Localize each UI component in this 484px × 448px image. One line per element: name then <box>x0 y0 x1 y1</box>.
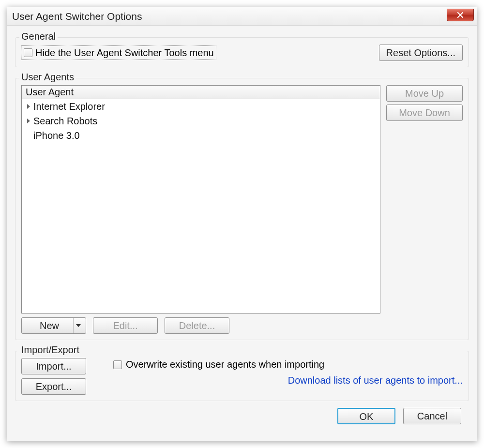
download-link[interactable]: Download lists of user agents to import.… <box>113 375 463 386</box>
tree-item[interactable]: iPhone 3.0 <box>22 128 380 143</box>
overwrite-label: Overwrite existing user agents when impo… <box>126 359 324 370</box>
new-button[interactable]: New <box>21 317 86 334</box>
move-down-button[interactable]: Move Down <box>386 105 463 121</box>
checkbox-icon <box>24 48 32 57</box>
delete-button[interactable]: Delete... <box>165 317 229 334</box>
import-button[interactable]: Import... <box>21 358 86 374</box>
move-up-button[interactable]: Move Up <box>386 85 463 102</box>
tree-item[interactable]: Search Robots <box>22 114 380 128</box>
tree-list: Internet ExplorerSearch RobotsiPhone 3.0 <box>22 99 380 143</box>
expand-icon[interactable] <box>26 118 31 124</box>
close-button[interactable] <box>447 9 474 21</box>
tree-item-label: iPhone 3.0 <box>33 130 80 141</box>
edit-button[interactable]: Edit... <box>93 317 158 334</box>
user-agents-bottom-buttons: New Edit... Delete... <box>21 317 463 334</box>
import-export-group-label: Import/Export <box>19 344 81 356</box>
tree-item[interactable]: Internet Explorer <box>22 99 380 114</box>
general-group: General Hide the User Agent Switcher Too… <box>15 37 469 67</box>
titlebar: User Agent Switcher Options <box>7 7 477 26</box>
reset-options-button[interactable]: Reset Options... <box>379 45 463 61</box>
user-agents-side-buttons: Move Up Move Down <box>386 85 463 314</box>
export-button[interactable]: Export... <box>21 378 86 395</box>
close-icon <box>457 12 464 18</box>
import-export-group: Import/Export Import... Export... Overwr… <box>15 351 469 401</box>
import-export-right: Overwrite existing user agents when impo… <box>94 358 463 395</box>
general-group-label: General <box>19 31 58 42</box>
tree-column-header[interactable]: User Agent <box>22 86 380 99</box>
import-export-left: Import... Export... <box>21 358 94 395</box>
dialog-content: General Hide the User Agent Switcher Too… <box>7 26 477 441</box>
tree-item-label: Search Robots <box>33 116 97 127</box>
checkbox-icon <box>113 360 122 369</box>
user-agent-tree[interactable]: User Agent Internet ExplorerSearch Robot… <box>21 85 380 314</box>
user-agents-body: User Agent Internet ExplorerSearch Robot… <box>21 85 463 314</box>
user-agents-group: User Agents User Agent Internet Explorer… <box>15 78 469 340</box>
new-button-dropdown[interactable] <box>73 318 83 333</box>
overwrite-checkbox[interactable]: Overwrite existing user agents when impo… <box>113 358 463 370</box>
tree-item-label: Internet Explorer <box>33 101 105 112</box>
general-row: Hide the User Agent Switcher Tools menu … <box>21 45 463 61</box>
ok-button[interactable]: OK <box>337 408 395 424</box>
user-agents-group-label: User Agents <box>19 72 76 83</box>
hide-tools-menu-checkbox[interactable]: Hide the User Agent Switcher Tools menu <box>21 45 216 60</box>
chevron-down-icon <box>76 324 81 327</box>
options-dialog: User Agent Switcher Options General Hide… <box>7 7 477 441</box>
dialog-footer: OK Cancel <box>15 401 469 427</box>
hide-tools-menu-label: Hide the User Agent Switcher Tools menu <box>35 47 214 59</box>
cancel-button[interactable]: Cancel <box>403 408 461 424</box>
expand-icon[interactable] <box>26 104 31 109</box>
new-button-label: New <box>40 320 59 331</box>
dialog-title: User Agent Switcher Options <box>12 11 142 22</box>
import-export-body: Import... Export... Overwrite existing u… <box>21 358 463 395</box>
